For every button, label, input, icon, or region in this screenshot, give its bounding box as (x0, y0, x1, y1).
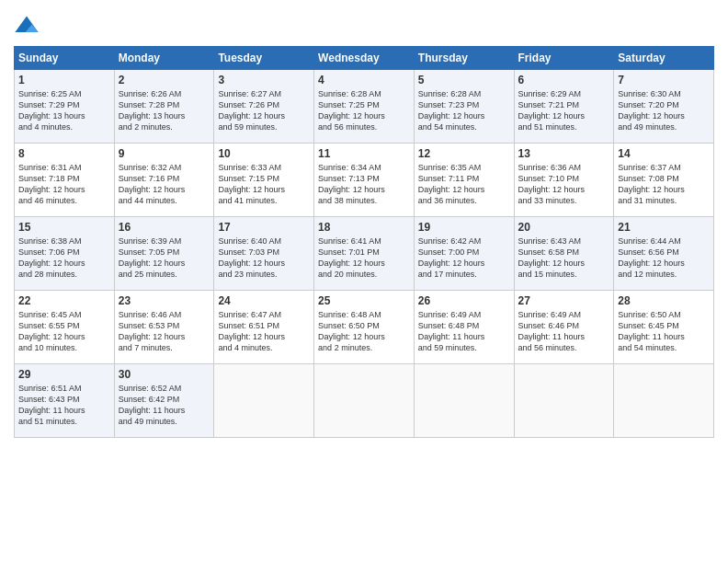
table-row: 11Sunrise: 6:34 AMSunset: 7:13 PMDayligh… (314, 144, 415, 217)
table-row: 18Sunrise: 6:41 AMSunset: 7:01 PMDayligh… (314, 217, 415, 291)
table-row: 6Sunrise: 6:29 AMSunset: 7:21 PMDaylight… (514, 70, 614, 144)
logo (14, 13, 41, 39)
day-info: Sunrise: 6:39 AMSunset: 7:05 PMDaylight:… (119, 236, 210, 281)
day-info: Sunrise: 6:25 AMSunset: 7:29 PMDaylight:… (18, 88, 110, 133)
day-number: 3 (218, 74, 310, 86)
day-info: Sunrise: 6:43 AMSunset: 6:58 PMDaylight:… (518, 236, 610, 281)
day-number: 1 (18, 74, 110, 86)
table-row: 9Sunrise: 6:32 AMSunset: 7:16 PMDaylight… (114, 144, 214, 217)
day-info: Sunrise: 6:35 AMSunset: 7:11 PMDaylight:… (418, 162, 510, 207)
table-row (514, 364, 614, 438)
col-header-friday: Friday (514, 47, 614, 70)
day-number: 21 (618, 221, 710, 234)
day-info: Sunrise: 6:41 AMSunset: 7:01 PMDaylight:… (318, 236, 410, 281)
table-row: 29Sunrise: 6:51 AMSunset: 6:43 PMDayligh… (15, 364, 115, 438)
day-number: 14 (618, 147, 710, 160)
day-number: 25 (318, 294, 410, 307)
day-info: Sunrise: 6:28 AMSunset: 7:23 PMDaylight:… (418, 88, 510, 133)
page-container: SundayMondayTuesdayWednesdayThursdayFrid… (0, 0, 728, 447)
day-number: 2 (119, 74, 210, 86)
calendar-table: SundayMondayTuesdayWednesdayThursdayFrid… (14, 46, 714, 438)
day-info: Sunrise: 6:47 AMSunset: 6:51 PMDaylight:… (218, 309, 310, 354)
day-number: 23 (119, 294, 210, 307)
day-number: 9 (119, 147, 210, 160)
table-row: 25Sunrise: 6:48 AMSunset: 6:50 PMDayligh… (314, 291, 415, 364)
day-number: 17 (218, 221, 310, 234)
logo-icon (14, 13, 40, 39)
day-info: Sunrise: 6:40 AMSunset: 7:03 PMDaylight:… (218, 236, 310, 281)
table-row: 24Sunrise: 6:47 AMSunset: 6:51 PMDayligh… (214, 291, 314, 364)
day-number: 27 (518, 294, 610, 307)
table-row: 28Sunrise: 6:50 AMSunset: 6:45 PMDayligh… (614, 291, 714, 364)
day-number: 5 (418, 74, 510, 86)
table-row: 19Sunrise: 6:42 AMSunset: 7:00 PMDayligh… (414, 217, 514, 291)
day-number: 24 (218, 294, 310, 307)
day-number: 22 (18, 294, 110, 307)
day-info: Sunrise: 6:30 AMSunset: 7:20 PMDaylight:… (618, 88, 710, 133)
table-row: 14Sunrise: 6:37 AMSunset: 7:08 PMDayligh… (614, 144, 714, 217)
table-row: 10Sunrise: 6:33 AMSunset: 7:15 PMDayligh… (214, 144, 314, 217)
day-info: Sunrise: 6:32 AMSunset: 7:16 PMDaylight:… (119, 162, 210, 207)
table-row (414, 364, 514, 438)
table-row: 20Sunrise: 6:43 AMSunset: 6:58 PMDayligh… (514, 217, 614, 291)
day-number: 12 (418, 147, 510, 160)
table-row: 3Sunrise: 6:27 AMSunset: 7:26 PMDaylight… (214, 70, 314, 144)
day-info: Sunrise: 6:52 AMSunset: 6:42 PMDaylight:… (119, 383, 210, 428)
day-info: Sunrise: 6:50 AMSunset: 6:45 PMDaylight:… (618, 309, 710, 354)
col-header-monday: Monday (114, 47, 214, 70)
day-info: Sunrise: 6:29 AMSunset: 7:21 PMDaylight:… (518, 88, 610, 133)
table-row (314, 364, 415, 438)
day-number: 20 (518, 221, 610, 234)
day-number: 15 (18, 221, 110, 234)
table-row: 27Sunrise: 6:49 AMSunset: 6:46 PMDayligh… (514, 291, 614, 364)
day-number: 7 (618, 74, 710, 86)
day-number: 19 (418, 221, 510, 234)
day-number: 4 (318, 74, 410, 86)
col-header-thursday: Thursday (414, 47, 514, 70)
day-info: Sunrise: 6:49 AMSunset: 6:48 PMDaylight:… (418, 309, 510, 354)
table-row: 17Sunrise: 6:40 AMSunset: 7:03 PMDayligh… (214, 217, 314, 291)
table-row (614, 364, 714, 438)
col-header-saturday: Saturday (614, 47, 714, 70)
day-info: Sunrise: 6:44 AMSunset: 6:56 PMDaylight:… (618, 236, 710, 281)
table-row: 12Sunrise: 6:35 AMSunset: 7:11 PMDayligh… (414, 144, 514, 217)
day-info: Sunrise: 6:26 AMSunset: 7:28 PMDaylight:… (119, 88, 210, 133)
day-number: 11 (318, 147, 410, 160)
day-info: Sunrise: 6:49 AMSunset: 6:46 PMDaylight:… (518, 309, 610, 354)
day-info: Sunrise: 6:34 AMSunset: 7:13 PMDaylight:… (318, 162, 410, 207)
day-number: 13 (518, 147, 610, 160)
day-info: Sunrise: 6:46 AMSunset: 6:53 PMDaylight:… (119, 309, 210, 354)
col-header-tuesday: Tuesday (214, 47, 314, 70)
table-row: 26Sunrise: 6:49 AMSunset: 6:48 PMDayligh… (414, 291, 514, 364)
day-info: Sunrise: 6:27 AMSunset: 7:26 PMDaylight:… (218, 88, 310, 133)
table-row: 13Sunrise: 6:36 AMSunset: 7:10 PMDayligh… (514, 144, 614, 217)
table-row: 2Sunrise: 6:26 AMSunset: 7:28 PMDaylight… (114, 70, 214, 144)
table-row: 4Sunrise: 6:28 AMSunset: 7:25 PMDaylight… (314, 70, 415, 144)
col-header-sunday: Sunday (15, 47, 115, 70)
day-number: 16 (119, 221, 210, 234)
day-info: Sunrise: 6:42 AMSunset: 7:00 PMDaylight:… (418, 236, 510, 281)
day-number: 6 (518, 74, 610, 86)
table-row: 23Sunrise: 6:46 AMSunset: 6:53 PMDayligh… (114, 291, 214, 364)
day-info: Sunrise: 6:45 AMSunset: 6:55 PMDaylight:… (18, 309, 110, 354)
table-row: 8Sunrise: 6:31 AMSunset: 7:18 PMDaylight… (15, 144, 115, 217)
day-number: 18 (318, 221, 410, 234)
day-info: Sunrise: 6:37 AMSunset: 7:08 PMDaylight:… (618, 162, 710, 207)
day-number: 30 (119, 368, 210, 381)
day-info: Sunrise: 6:51 AMSunset: 6:43 PMDaylight:… (18, 383, 110, 428)
table-row: 7Sunrise: 6:30 AMSunset: 7:20 PMDaylight… (614, 70, 714, 144)
day-info: Sunrise: 6:31 AMSunset: 7:18 PMDaylight:… (18, 162, 110, 207)
day-info: Sunrise: 6:28 AMSunset: 7:25 PMDaylight:… (318, 88, 410, 133)
table-row: 30Sunrise: 6:52 AMSunset: 6:42 PMDayligh… (114, 364, 214, 438)
table-row (214, 364, 314, 438)
day-number: 29 (18, 368, 110, 381)
day-info: Sunrise: 6:38 AMSunset: 7:06 PMDaylight:… (18, 236, 110, 281)
day-number: 10 (218, 147, 310, 160)
table-row: 16Sunrise: 6:39 AMSunset: 7:05 PMDayligh… (114, 217, 214, 291)
day-info: Sunrise: 6:48 AMSunset: 6:50 PMDaylight:… (318, 309, 410, 354)
day-number: 8 (18, 147, 110, 160)
day-info: Sunrise: 6:33 AMSunset: 7:15 PMDaylight:… (218, 162, 310, 207)
table-row: 1Sunrise: 6:25 AMSunset: 7:29 PMDaylight… (15, 70, 115, 144)
day-info: Sunrise: 6:36 AMSunset: 7:10 PMDaylight:… (518, 162, 610, 207)
table-row: 22Sunrise: 6:45 AMSunset: 6:55 PMDayligh… (15, 291, 115, 364)
